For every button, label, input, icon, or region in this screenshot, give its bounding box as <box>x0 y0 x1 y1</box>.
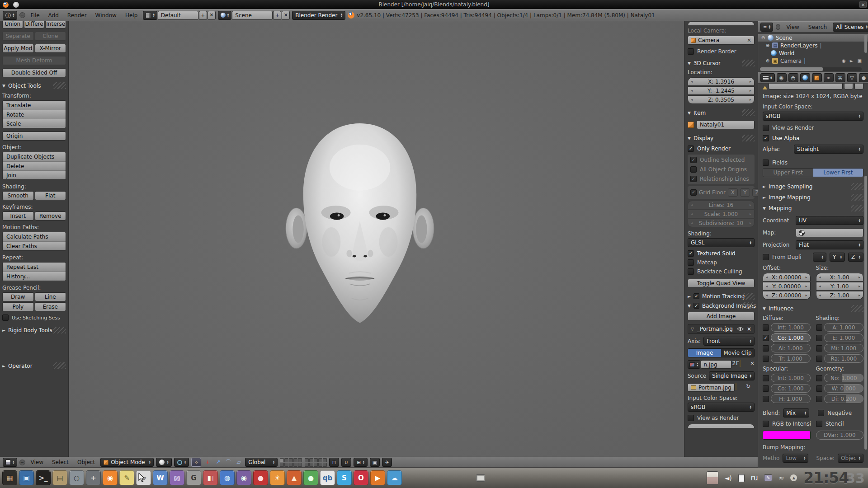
menu-render[interactable]: Render <box>64 11 90 19</box>
negative-checkbox[interactable] <box>818 410 824 416</box>
x-mirror-button[interactable]: X-Mirror <box>35 44 66 53</box>
offset-y-slider[interactable]: ◂Y: 0.00000▸ <box>763 282 811 291</box>
diffuse-alpha-slider[interactable]: Al: 1.000 <box>771 344 811 352</box>
render-border-checkbox[interactable] <box>688 48 694 55</box>
influence-panel-header[interactable]: ▼Influence <box>763 304 863 313</box>
backface-culling-checkbox[interactable] <box>688 268 694 275</box>
motion-tracking-checkbox[interactable]: ✓ <box>693 293 699 299</box>
sun-app-icon[interactable]: ☀ <box>270 470 285 485</box>
panel-drag-icon[interactable] <box>742 302 755 309</box>
restrict-toggles[interactable]: ◉►▣ <box>842 58 862 63</box>
menu-search[interactable]: Search <box>805 23 830 31</box>
remove-keyframe-button[interactable]: Remove <box>35 211 66 221</box>
writer-icon[interactable]: W <box>153 470 168 485</box>
mapping-panel-header[interactable]: ▼Mapping <box>763 203 863 213</box>
delete-layout-button[interactable]: ✕ <box>208 11 216 20</box>
axis-select[interactable]: Front▴▾ <box>703 337 755 346</box>
join-button[interactable]: Join <box>3 170 66 179</box>
outliner-hscrollbar[interactable] <box>760 67 862 71</box>
smooth-button[interactable]: Smooth <box>2 191 34 200</box>
cursor-x-slider[interactable]: ◂X: 1.3916▸ <box>688 77 755 86</box>
grid-scale-slider[interactable]: ◂Scale: 1.000▸ <box>688 210 755 218</box>
camera-app-icon[interactable]: ◉ <box>236 470 251 485</box>
mapping-color-swatch[interactable] <box>763 431 811 440</box>
all-object-origins-checkbox[interactable] <box>690 166 697 173</box>
qbittorrent-icon[interactable]: qb <box>320 470 335 485</box>
lower-first-button[interactable]: Lower First <box>813 169 863 177</box>
specular-hardness-checkbox[interactable] <box>763 396 769 402</box>
geometry-displace-slider[interactable]: Di: 0.200 <box>824 394 864 403</box>
from-dupli-checkbox[interactable] <box>763 254 769 260</box>
offset-z-slider[interactable]: ◂Z: 0.00000▸ <box>763 291 811 300</box>
diffuse-translucency-checkbox[interactable] <box>763 356 769 362</box>
camera-object-field[interactable]: Camera × <box>688 36 755 45</box>
render-tab-icon[interactable]: ◉ <box>777 73 787 82</box>
specular-intensity-slider[interactable]: Int: 1.000 <box>771 374 811 382</box>
translate-button[interactable]: Translate <box>3 101 66 110</box>
eye-icon[interactable] <box>737 327 744 331</box>
clipboard-icon[interactable] <box>738 474 745 482</box>
operator-panel-header[interactable]: ►Operator <box>2 361 66 371</box>
only-render-checkbox[interactable]: ✓ <box>688 145 694 152</box>
uv-map-field[interactable] <box>796 228 863 237</box>
layout-browse-button[interactable]: ▴▾ <box>143 11 157 20</box>
panel-drag-icon[interactable] <box>851 183 863 190</box>
scale-manipulator-icon[interactable]: ▱ <box>235 458 243 466</box>
panel-drag-icon[interactable] <box>742 109 755 116</box>
scene-tab-icon[interactable]: ◓ <box>788 73 798 82</box>
world-tab-icon[interactable] <box>800 73 810 82</box>
geometry-warp-checkbox[interactable] <box>816 385 822 392</box>
background-images-panel-header[interactable]: ▼✓Background Images <box>688 301 755 310</box>
grease-poly-button[interactable]: Poly <box>2 302 34 311</box>
upper-first-button[interactable]: Upper First <box>763 169 813 177</box>
separate-button[interactable]: Separate <box>2 32 34 41</box>
panel-drag-icon[interactable] <box>53 327 66 333</box>
collapse-menus-icon[interactable]: − <box>776 24 780 30</box>
burner-icon[interactable]: ▲ <box>287 470 302 485</box>
cursor-panel-header[interactable]: ▼3D Cursor <box>688 58 755 68</box>
close-icon[interactable]: × <box>859 1 867 8</box>
clear-icon[interactable]: × <box>747 37 751 43</box>
blender-icon[interactable]: ◉ <box>103 470 118 485</box>
search-icon[interactable]: ○ <box>69 470 84 485</box>
opera-icon[interactable]: O <box>354 470 368 485</box>
insert-keyframe-button[interactable]: Insert <box>2 211 34 221</box>
grease-draw-button[interactable]: Draw <box>2 292 34 301</box>
unlink-image-button[interactable]: × <box>750 360 755 369</box>
scale-button[interactable]: Scale <box>3 119 66 128</box>
shading-emit-slider[interactable]: E: 1.000 <box>824 333 864 342</box>
dupli-y-select[interactable]: Y▴▾ <box>830 253 845 262</box>
menu-view[interactable]: View <box>783 23 802 31</box>
blend-select[interactable]: Mix▴▾ <box>783 408 809 418</box>
specular-intensity-checkbox[interactable] <box>763 375 769 381</box>
collapse-menus-icon[interactable]: − <box>19 12 25 18</box>
shading-ambient-checkbox[interactable] <box>816 324 822 331</box>
shading-mirror-slider[interactable]: Mi: 1.000 <box>824 344 864 352</box>
modifiers-tab-icon[interactable]: ⌘ <box>835 73 845 82</box>
image-mapping-panel-header[interactable]: ►Image Mapping <box>763 192 863 202</box>
size-y-slider[interactable]: ◂Y: 1.00▸ <box>816 282 864 291</box>
panel-drag-icon[interactable] <box>742 60 755 66</box>
image-sampling-panel-header[interactable]: ►Image Sampling <box>763 182 863 191</box>
archive-icon[interactable]: ▤ <box>52 470 67 485</box>
viewport-shading-select[interactable]: ▴▾ <box>156 458 172 467</box>
settings-icon[interactable]: + <box>86 470 101 485</box>
image-browse-button[interactable]: ▴▾ <box>688 360 700 369</box>
dupli-z-select[interactable]: Z▴▾ <box>848 253 863 262</box>
editor-type-button[interactable]: ≡▴▾ <box>760 23 773 32</box>
fake-user-button[interactable]: F <box>736 360 739 369</box>
volume-icon[interactable]: ◄) <box>725 474 732 482</box>
size-z-slider[interactable]: ◂Z: 1.00▸ <box>816 291 864 300</box>
recorder-icon[interactable]: ● <box>253 470 268 485</box>
users-count-button[interactable]: 2 <box>732 360 736 369</box>
browse-file-button[interactable] <box>736 383 745 392</box>
editor-type-button[interactable]: i▴▾ <box>3 11 17 20</box>
menu-select[interactable]: Select <box>49 458 72 466</box>
grease-erase-button[interactable]: Erase <box>35 302 66 311</box>
clone-button[interactable]: Clone <box>35 32 66 41</box>
scene-name-field[interactable]: Scene <box>232 11 273 20</box>
bump-method-select[interactable]: Low▴▾ <box>783 454 808 463</box>
wifi-icon[interactable]: ≈ <box>778 474 784 482</box>
rotate-manipulator-icon[interactable]: ↗ <box>214 458 222 466</box>
image-datablock-field[interactable]: n.jpg <box>701 360 732 369</box>
